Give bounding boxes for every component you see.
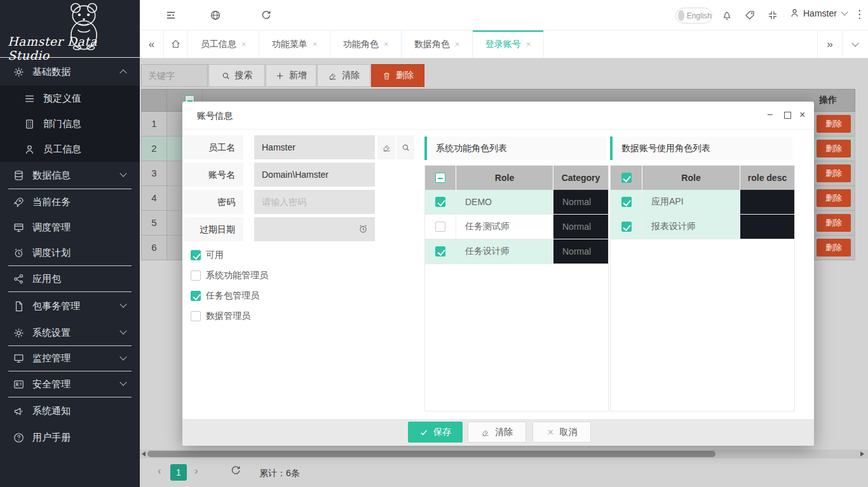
- sidebar-item-monitor-management[interactable]: 监控管理: [0, 346, 140, 371]
- add-button[interactable]: 新增: [266, 64, 316, 87]
- checkbox-unchecked[interactable]: [191, 311, 201, 321]
- row-delete-button[interactable]: 删除: [817, 239, 851, 257]
- next-page-arrow[interactable]: ›: [194, 465, 198, 477]
- tag-icon[interactable]: [744, 10, 756, 21]
- sidebar-item-system-notice[interactable]: 系统通知: [0, 397, 140, 424]
- sidebar-item-predefined-values[interactable]: 预定义值: [0, 86, 140, 111]
- user-menu[interactable]: Hamster: [789, 8, 847, 18]
- cancel-button[interactable]: 取消: [532, 422, 591, 443]
- close-icon[interactable]: ×: [455, 39, 460, 49]
- refresh-icon[interactable]: [230, 465, 241, 479]
- search-button[interactable]: 搜索: [208, 64, 265, 87]
- bell-icon[interactable]: [721, 10, 733, 21]
- role-row[interactable]: DEMO Normal: [425, 190, 608, 215]
- checkbox-checked[interactable]: [191, 291, 201, 301]
- close-icon[interactable]: ×: [313, 39, 318, 49]
- row-delete-button[interactable]: 删除: [817, 214, 851, 232]
- expiry-date-input[interactable]: [254, 217, 375, 241]
- row-delete-button[interactable]: 删除: [817, 164, 851, 182]
- tab-function-role[interactable]: 功能角色×: [330, 30, 402, 58]
- keyword-input[interactable]: [141, 64, 208, 87]
- tab-home[interactable]: [164, 30, 188, 58]
- row-delete-button[interactable]: 删除: [817, 115, 851, 133]
- sidebar-item-user-manual[interactable]: 用户手册: [0, 424, 140, 451]
- scrollbar-thumb[interactable]: [147, 451, 715, 457]
- tab-function-menu[interactable]: 功能菜单×: [259, 30, 330, 58]
- page-number[interactable]: 1: [170, 464, 187, 481]
- option-task-package-admin[interactable]: 任务包管理员: [191, 290, 259, 302]
- clear-form-button[interactable]: 清除: [468, 422, 526, 443]
- lookup-button[interactable]: [397, 135, 414, 159]
- checkbox-checked[interactable]: [435, 197, 445, 207]
- select-all-checkbox[interactable]: [621, 173, 632, 183]
- checkbox-checked[interactable]: [621, 222, 632, 232]
- sidebar-item-employee-info[interactable]: 员工信息: [0, 137, 140, 162]
- role-row[interactable]: 报表设计师: [611, 215, 794, 239]
- refresh-icon[interactable]: [261, 10, 272, 21]
- checkbox-unchecked[interactable]: [191, 270, 201, 281]
- sidebar-item-package-transaction[interactable]: 包事务管理: [0, 292, 140, 320]
- role-row[interactable]: 任务测试师 Normal: [425, 215, 608, 239]
- checkbox-checked[interactable]: [191, 250, 201, 260]
- maximize-icon[interactable]: [784, 112, 791, 119]
- account-name-input[interactable]: [254, 163, 375, 187]
- tab-login-account[interactable]: 登录账号×: [473, 30, 544, 58]
- data-roles-panel-title: 数据账号使用角色列表: [610, 137, 792, 160]
- select-all-checkbox[interactable]: [435, 173, 445, 183]
- save-button[interactable]: 保存: [408, 422, 463, 443]
- more-menu-icon[interactable]: ⋮: [854, 8, 865, 21]
- checkbox-checked[interactable]: [435, 246, 445, 257]
- tab-employee-info[interactable]: 员工信息×: [188, 30, 259, 58]
- delete-button[interactable]: 删除: [371, 64, 424, 87]
- row-delete-button[interactable]: 删除: [817, 140, 851, 157]
- sidebar-item-schedule-management[interactable]: 调度管理: [0, 215, 140, 240]
- clear-field-button[interactable]: [377, 135, 395, 159]
- dialog-header: 账号信息 − ×: [182, 102, 814, 130]
- trash-icon: [382, 71, 391, 81]
- sidebar-item-app-package[interactable]: 应用包: [0, 266, 140, 291]
- checkbox-checked[interactable]: [621, 197, 632, 207]
- role-row[interactable]: 任务设计师 Normal: [425, 239, 608, 264]
- language-toggle[interactable]: English: [675, 8, 712, 23]
- tabs-scroll-right[interactable]: »: [817, 30, 843, 58]
- scroll-right-arrow[interactable]: [860, 451, 864, 457]
- close-icon[interactable]: ×: [241, 39, 247, 49]
- prev-page-arrow[interactable]: ‹: [158, 465, 161, 477]
- sidebar-item-department-info[interactable]: 部门信息: [0, 111, 140, 137]
- fullscreen-icon[interactable]: [767, 10, 778, 21]
- minimize-icon[interactable]: −: [767, 109, 773, 121]
- option-data-admin[interactable]: 数据管理员: [191, 310, 250, 322]
- board-icon: [13, 222, 25, 234]
- sidebar-item-current-tasks[interactable]: 当前任务: [0, 189, 140, 215]
- alarm-icon: [13, 247, 25, 259]
- tab-data-role[interactable]: 数据角色×: [402, 30, 473, 58]
- dialog-title: 账号信息: [197, 110, 233, 122]
- monitor-icon: [13, 352, 25, 364]
- close-icon[interactable]: ×: [526, 39, 531, 49]
- collapse-sidebar-icon[interactable]: [165, 10, 177, 21]
- sidebar-item-security-management[interactable]: 安全管理: [0, 371, 140, 397]
- sidebar-item-system-settings[interactable]: 系统设置: [0, 320, 140, 345]
- option-system-function-admin[interactable]: 系统功能管理员: [191, 270, 268, 281]
- user-icon: [789, 8, 800, 18]
- sidebar-item-data-info[interactable]: 数据信息: [0, 162, 140, 189]
- checkbox-unchecked[interactable]: [435, 222, 445, 232]
- user-name: Hamster: [803, 8, 837, 18]
- row-delete-button[interactable]: 删除: [817, 189, 851, 207]
- role-row[interactable]: 应用API: [611, 190, 794, 215]
- sidebar-item-basic-data[interactable]: 基础数据: [0, 58, 140, 86]
- sidebar-item-schedule-plan[interactable]: 调度计划: [0, 240, 140, 265]
- date-picker-icon[interactable]: [358, 223, 369, 237]
- password-input[interactable]: [254, 190, 375, 214]
- option-enabled[interactable]: 可用: [191, 250, 224, 261]
- scroll-left-arrow[interactable]: [142, 451, 146, 457]
- file-icon: [13, 300, 25, 312]
- close-icon[interactable]: ×: [799, 109, 805, 121]
- tabs-menu[interactable]: [843, 30, 868, 58]
- chevron-down-icon: [119, 327, 126, 334]
- clear-button[interactable]: 清除: [317, 64, 370, 87]
- tabs-scroll-left[interactable]: «: [140, 30, 164, 58]
- globe-icon[interactable]: [210, 10, 221, 21]
- employee-name-input[interactable]: [254, 135, 375, 159]
- close-icon[interactable]: ×: [384, 39, 389, 49]
